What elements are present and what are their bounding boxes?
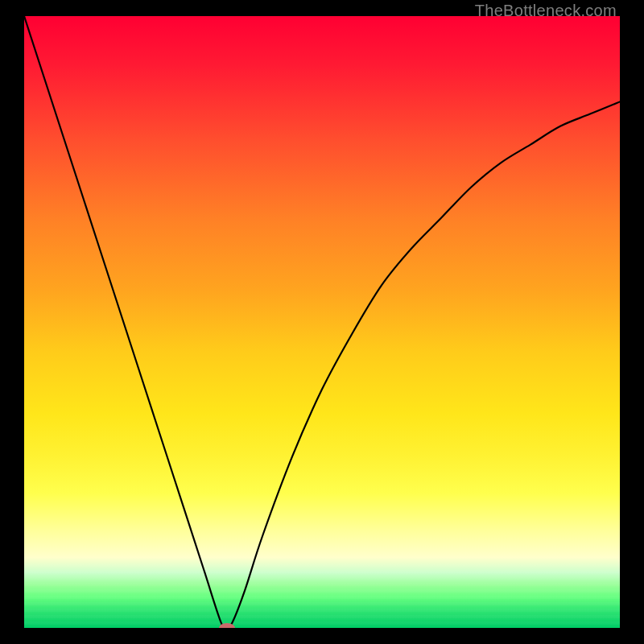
- chart-frame: TheBottleneck.com: [0, 0, 644, 644]
- gradient-background: [24, 16, 620, 628]
- optimal-point-marker: [219, 623, 235, 628]
- plot-area: [24, 16, 620, 628]
